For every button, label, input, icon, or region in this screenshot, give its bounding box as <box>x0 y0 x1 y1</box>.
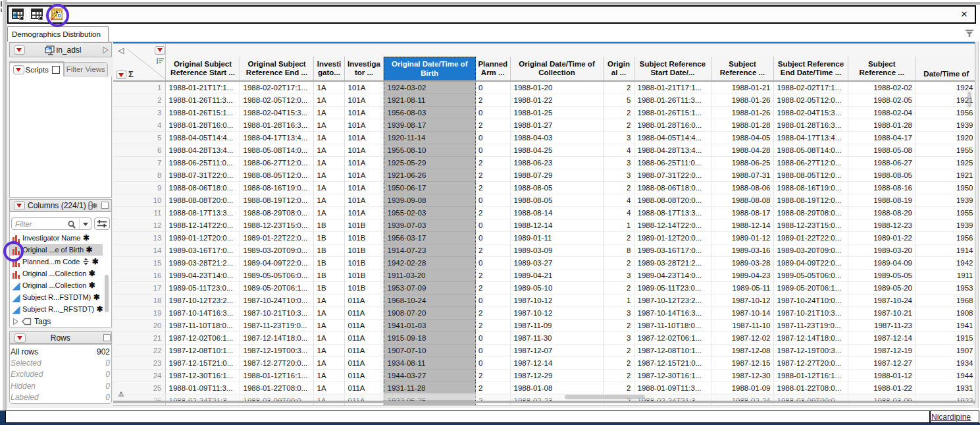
table-cell[interactable]: 1987-12-08T10:1... <box>634 345 711 357</box>
table-cell[interactable]: 1989-03-09 <box>511 244 604 257</box>
collapse-left-icon[interactable] <box>118 49 124 54</box>
table-cell[interactable]: 1988-12-14T22:0... <box>166 219 240 232</box>
table-cell[interactable]: 2 <box>476 269 511 282</box>
columns-header-menu-button[interactable] <box>155 46 165 55</box>
table-cell[interactable]: 1989-05-11T23:0... <box>634 282 711 295</box>
table-cell[interactable]: 1987-10-24T10:0... <box>774 295 848 307</box>
row-number[interactable]: 16 <box>113 269 166 282</box>
table-cell[interactable]: 1988-04-28T13:4... <box>166 144 240 157</box>
advanced-filter-button[interactable] <box>94 217 110 230</box>
table-cell[interactable]: 1987-10-12T23:2... <box>166 295 240 307</box>
row-number[interactable]: 22 <box>113 345 166 357</box>
table-cell[interactable]: 1915 <box>916 332 975 345</box>
table-cell[interactable]: 1987-11-10T18:0... <box>166 320 240 332</box>
table-name[interactable]: in_adsl <box>57 45 82 55</box>
table-cell[interactable]: 1989-01-11 <box>511 232 604 244</box>
table-cell[interactable]: 1A <box>314 132 345 144</box>
table-cell[interactable]: 1988-08-17 <box>711 207 774 219</box>
table-cell[interactable]: 2 <box>476 370 511 382</box>
table-cell[interactable]: 1988-01-28 <box>848 119 916 132</box>
table-cell[interactable]: 1A <box>314 94 345 107</box>
table-cell[interactable]: 1988-06-25T11:0... <box>166 157 240 169</box>
column-header[interactable]: Subject Reference End Date/Time ... <box>774 57 848 80</box>
table-cell[interactable]: 1956 <box>916 107 975 119</box>
table-cell[interactable]: 011A <box>345 307 384 320</box>
table-cell[interactable]: 1987-12-14T18:0... <box>240 332 314 345</box>
table-cell[interactable]: 1989-01-12T20:0... <box>166 232 240 244</box>
table-cell[interactable]: 2 <box>604 182 634 194</box>
table-cell[interactable]: 1987-12-15T21:0... <box>634 357 711 370</box>
table-cell[interactable]: 1988-01-26 <box>711 94 774 107</box>
table-cell[interactable]: 1987-10-21 <box>848 307 916 320</box>
table-cell[interactable]: 1988-04-05 <box>711 132 774 144</box>
table-cell[interactable]: 1987-12-27T20:0... <box>240 357 314 370</box>
table-cell[interactable]: 1988-02-05T12:0... <box>774 94 848 107</box>
table-cell[interactable]: 101A <box>345 82 384 94</box>
table-cell[interactable]: 1989-04-09T22:0... <box>240 257 314 269</box>
column-header[interactable]: Original Date/Time of Collection <box>511 57 604 80</box>
table-cell[interactable]: 2 <box>604 119 634 132</box>
table-cell-selected[interactable]: 1941-01-03 <box>384 320 476 332</box>
table-cell[interactable]: 1988-01-26T15:1... <box>634 107 711 119</box>
table-cell[interactable]: 1987-10-12 <box>711 295 774 307</box>
table-cell[interactable]: 1989-05-11T23:0... <box>166 282 240 295</box>
table-cell[interactable]: 1988-07-29 <box>511 169 604 182</box>
table-cell-selected[interactable]: 1968-10-24 <box>384 295 476 307</box>
table-cell[interactable]: 1987-12-02T06:1... <box>166 332 240 345</box>
table-cell[interactable]: 0 <box>476 144 511 157</box>
table-cell[interactable]: 1A <box>314 107 345 119</box>
table-cell[interactable]: 1988-08-05T12:0... <box>774 169 848 182</box>
table-cell[interactable]: 1988-01-12T16:1... <box>240 370 314 382</box>
table-cell[interactable]: 1988-01-27 <box>511 119 604 132</box>
table-cell[interactable]: 1988-05-08T14:0... <box>240 144 314 157</box>
column-list-item[interactable]: Subject R...FSTDTM)✱ <box>10 291 112 303</box>
table-cell[interactable]: 1988-08-19T12:0... <box>774 194 848 207</box>
rows-stat-selected[interactable]: Selected0 <box>10 358 111 370</box>
table-cell[interactable]: 3 <box>604 169 634 182</box>
table-cell[interactable]: 1989-04-23T14:0... <box>634 269 711 282</box>
table-cell[interactable]: 0 <box>476 219 511 232</box>
table-cell[interactable]: 1988-08-06 <box>711 182 774 194</box>
table-cell[interactable]: 1987-10-12 <box>511 307 604 320</box>
table-cell[interactable]: 1944 <box>916 370 975 382</box>
table-cell[interactable]: 1988-08-16T19:0... <box>240 182 314 194</box>
table-cell[interactable]: 1987-11-10T18:0... <box>634 320 711 332</box>
table-cell[interactable]: 1987-12-14 <box>848 332 916 345</box>
tags-row[interactable]: Tags <box>10 316 109 327</box>
table-cell[interactable]: 1A <box>314 295 345 307</box>
row-number[interactable]: 21 <box>113 332 166 345</box>
table-cell[interactable]: 101A <box>345 169 384 182</box>
table-cell[interactable]: 1987-10-24T10:0... <box>240 295 314 307</box>
table-cell[interactable]: 1987-11-09 <box>511 320 604 332</box>
table-cell[interactable]: 101B <box>345 232 384 244</box>
rows-stat-hidden[interactable]: Hidden0 <box>10 382 111 393</box>
table-cell[interactable]: 1B <box>314 232 345 244</box>
table-cell[interactable]: 2 <box>604 345 634 357</box>
row-number[interactable]: 20 <box>113 320 166 332</box>
table-cell[interactable]: 1988-06-27T12:0... <box>774 157 848 169</box>
table-cell[interactable]: 1989-01-22 <box>848 232 916 244</box>
table-cell[interactable]: 1941 <box>916 320 975 332</box>
table-cell[interactable]: 1 <box>604 295 634 307</box>
table-cell[interactable]: 1989-05-05T06:0... <box>774 269 848 282</box>
expand-right-icon[interactable] <box>101 46 109 54</box>
table-cell[interactable]: 1989-03-28T21:2... <box>166 257 240 269</box>
table-cell[interactable]: 0 <box>476 194 511 207</box>
row-number[interactable]: 13 <box>113 232 166 244</box>
table-cell[interactable]: 2 <box>476 119 511 132</box>
table-cell[interactable]: 1988-01-22T08:0... <box>774 382 848 395</box>
grid-corner-cell[interactable]: Σ <box>113 43 166 80</box>
table-cell[interactable]: 1989-03-28T21:2... <box>634 257 711 269</box>
table-cell[interactable]: 1988-01-28T16:3... <box>774 119 848 132</box>
table-cell[interactable]: 0 <box>476 232 511 244</box>
table-cell[interactable]: 1989-03-16 <box>711 244 774 257</box>
table-cell[interactable]: 2 <box>476 244 511 257</box>
table-cell[interactable]: 0 <box>476 345 511 357</box>
table-cell[interactable]: 1987-12-14 <box>511 357 604 370</box>
table-cell[interactable]: 011A <box>345 382 384 395</box>
table-cell[interactable]: 1988-08-19 <box>848 194 916 207</box>
table-cell[interactable]: 1907 <box>916 345 975 357</box>
table-cell[interactable]: 3 <box>604 307 634 320</box>
table-cell-selected[interactable]: 1925-05-29 <box>384 157 476 169</box>
table-cell[interactable]: 1A <box>314 207 345 219</box>
